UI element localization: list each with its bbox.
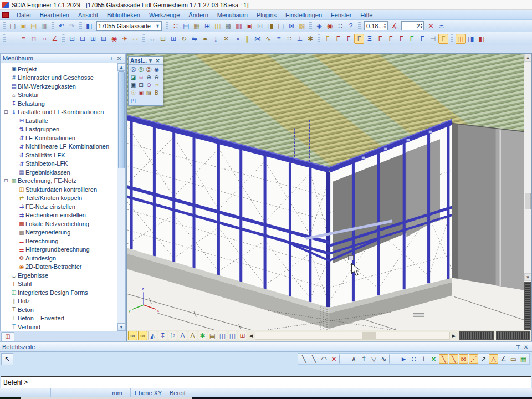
angle-display-icon[interactable]: ∡	[390, 21, 400, 31]
paste-attributes-icon[interactable]: ⊡	[78, 34, 88, 44]
activity-grid-icon[interactable]: ⊞	[238, 331, 247, 340]
view-x-icon[interactable]: ⓧ	[130, 66, 137, 73]
toolbar-grip[interactable]	[166, 22, 168, 30]
explode-icon[interactable]: ✱	[305, 34, 315, 44]
frame-template-11-icon[interactable]: ⊣	[428, 34, 438, 44]
image-gallery-icon[interactable]: ◉	[325, 21, 335, 31]
tree-hintergrundberechnung[interactable]: ☰ Hintergrundberechnung	[2, 245, 116, 254]
snap-curve-icon[interactable]: ∿	[379, 354, 388, 364]
viewport-vscrollbar-thumb[interactable]	[525, 193, 531, 209]
save-all-icon[interactable]: ▥	[39, 21, 49, 31]
move-icon[interactable]: ↔	[147, 34, 157, 44]
zoom-out-icon[interactable]: ⊖	[153, 74, 160, 81]
tree-linienraster[interactable]: # Linienraster und Geschosse	[2, 74, 116, 83]
frame-template-8-icon[interactable]: Γ	[396, 34, 406, 44]
tree-stabilitaets-lfk[interactable]: ⇵ Stabilitäts-LFK	[2, 151, 116, 160]
snap-percentage-icon[interactable]: ⋰	[469, 354, 478, 364]
support-display-toggle-icon[interactable]: ⚐	[168, 331, 177, 340]
document-view-icon[interactable]: ▤	[208, 331, 217, 340]
tree-scrollbar[interactable]: ▲ ▼	[117, 63, 125, 331]
user-blocks-icon[interactable]: ◈	[314, 21, 324, 31]
render-edges-icon[interactable]: ◧	[477, 34, 487, 44]
tree-strukturdaten[interactable]: ◫ Strukturdaten kontrollieren	[2, 185, 116, 194]
rotate-wheel-vertical[interactable]	[524, 282, 531, 330]
count-spinner[interactable]: 2 ▲▼	[401, 21, 424, 30]
separator[interactable]	[389, 354, 398, 364]
saved-views-icon[interactable]: ▱	[153, 81, 160, 89]
pin-icon[interactable]: ⊤	[514, 344, 522, 350]
snap-delete-icon[interactable]: ✕	[329, 354, 339, 364]
save-icon[interactable]: ▤	[29, 21, 39, 31]
rotate-wheel-horizontal-1[interactable]	[459, 331, 494, 340]
table-input-icon[interactable]: ▥	[234, 21, 244, 31]
tree-verbund[interactable]: T Verbund	[2, 323, 116, 331]
snap-crossing-icon[interactable]: ⊠	[459, 354, 468, 364]
status-unit-cell[interactable]: mm	[104, 388, 131, 397]
array-icon[interactable]: ∷	[284, 34, 294, 44]
snap-midpoint-icon[interactable]: ╲	[449, 354, 458, 364]
menu-plugins[interactable]: Plugins	[252, 11, 281, 19]
paste-add-data-icon[interactable]: ⊞	[99, 34, 109, 44]
draw-section-icon[interactable]: ⊓	[29, 34, 39, 44]
snap-line-grid-icon[interactable]: ⊥	[419, 354, 428, 364]
tree-nichtlineare-lfk[interactable]: ⇵ Nichtlineare LF-Kombinationen	[2, 142, 116, 151]
status-plane-cell[interactable]: Ebene XY	[131, 388, 166, 397]
frame-template-4-icon[interactable]: Γ	[354, 34, 364, 44]
redo-icon[interactable]: ↷	[67, 21, 77, 31]
frame-template-7-icon[interactable]: Γ	[386, 34, 396, 44]
copy-attributes-icon[interactable]: ⊡	[67, 34, 77, 44]
tree-beton[interactable]: T Beton	[2, 305, 116, 314]
spinner-arrows-icon[interactable]: ▲▼	[383, 23, 387, 29]
viewport-hscrollbar[interactable]	[255, 332, 450, 340]
print-icon[interactable]: ⊡	[255, 21, 265, 31]
tree-projekt[interactable]: ▣ Projekt	[2, 65, 116, 74]
scroll-left-icon[interactable]: ◀	[248, 333, 254, 339]
command-input[interactable]: Befehl >	[1, 376, 531, 388]
snap-dot-grid-icon[interactable]: ∷	[409, 354, 418, 364]
view-palette-header[interactable]: Ansi... ▼ ✕	[129, 57, 163, 65]
tree-rechenkern[interactable]: ⇉ Rechenkern einstellen	[2, 211, 116, 220]
cut-ucs-icon[interactable]: ✕	[426, 21, 436, 31]
label-toggle-icon[interactable]: A	[178, 331, 187, 340]
stretch-icon[interactable]: ↨	[211, 34, 221, 44]
dot-grid-settings-icon[interactable]: ∷	[335, 21, 345, 31]
view-perspective-icon[interactable]: ◪	[130, 74, 137, 81]
tree-beton-erweitert[interactable]: T Beton – Erweitert	[2, 314, 116, 323]
chevron-down-icon[interactable]: ▼	[147, 58, 154, 64]
visibility-eye-icon[interactable]: ◉	[109, 34, 119, 44]
mesh-ball-icon[interactable]: ▩	[223, 21, 233, 31]
toolbar-grip[interactable]	[318, 34, 320, 43]
separator[interactable]	[339, 354, 349, 364]
snap-line-dot-icon[interactable]: ╲	[309, 354, 319, 364]
frame-template-3-icon[interactable]: Γ	[344, 34, 354, 44]
polyline-edit-icon[interactable]: ∿	[263, 34, 273, 44]
undo-icon[interactable]: ↶	[57, 21, 66, 31]
snap-line-icon[interactable]: ╲	[299, 354, 309, 364]
snap-node-icon[interactable]: ↥	[359, 354, 369, 364]
scroll-down-icon[interactable]: ▼	[117, 323, 125, 331]
menu-aendern[interactable]: Ändern	[184, 11, 212, 19]
frame-template-1-icon[interactable]: Γ	[323, 34, 332, 44]
view-z-icon[interactable]: ⓩ	[145, 66, 152, 73]
light-toggle-icon[interactable]: ☉	[130, 89, 137, 96]
scroll-down-icon[interactable]: ▼	[524, 273, 531, 281]
volume-toggle-icon[interactable]: ◭	[148, 331, 157, 340]
clipping-box-icon[interactable]: B	[153, 89, 160, 96]
zoom-all-icon[interactable]: ⊡	[137, 81, 145, 89]
snap-tangent-icon[interactable]: ∠	[499, 354, 508, 364]
viewport-vscrollbar[interactable]: ▲ ▼	[524, 54, 531, 330]
view-3d-cube-icon[interactable]: ◳	[130, 97, 137, 104]
walk-view-icon[interactable]: ☺	[137, 74, 145, 81]
draw-angle-icon[interactable]: ∠	[50, 34, 60, 44]
frame-template-12-icon[interactable]: Γ	[438, 34, 448, 44]
menu-menubaum[interactable]: Menübaum	[213, 11, 252, 19]
draw-circle-icon[interactable]: ○	[39, 34, 49, 44]
tree-struktur[interactable]: ⌂ Struktur	[2, 91, 116, 100]
tree-netzgenerierung[interactable]: ▩ Netzgenerierung	[2, 228, 116, 237]
toolbar-grip[interactable]	[451, 34, 453, 43]
toolbar-grip[interactable]	[3, 22, 6, 30]
snap-intersection-icon[interactable]: ✕	[429, 354, 438, 364]
menu-ansicht[interactable]: Ansicht	[74, 11, 103, 19]
copy-icon[interactable]: ⊡	[158, 34, 168, 44]
frame-template-10-icon[interactable]: Γ	[417, 34, 427, 44]
